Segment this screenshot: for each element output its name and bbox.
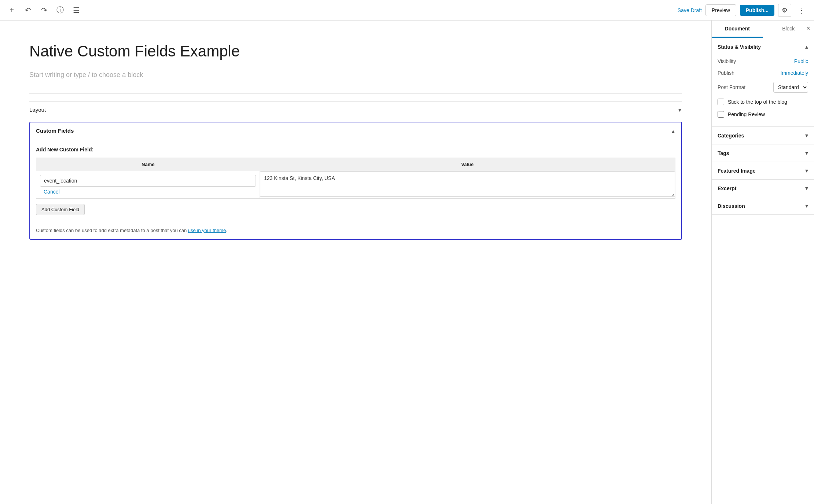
topbar-left: + ↶ ↷ ⓘ ☰ [6,4,82,16]
excerpt-chevron-icon [805,185,808,192]
sidebar-section-categories: Categories [712,127,814,144]
sidebar-section-tags: Tags [712,144,814,162]
featured-image-title: Featured Image [718,168,755,174]
sidebar-section-discussion: Discussion [712,197,814,215]
cf-name-input[interactable] [40,175,256,187]
categories-chevron-icon [805,132,808,139]
visibility-value: Public [794,58,808,64]
list-view-icon[interactable]: ☰ [70,4,82,16]
app-layout: Native Custom Fields Example Start writi… [0,21,814,504]
layout-section-header[interactable]: Layout [29,102,682,118]
post-format-row: Post Format Standard Aside Image Video Q… [718,79,808,96]
post-title[interactable]: Native Custom Fields Example [29,43,682,60]
sidebar-close-button[interactable]: × [806,25,810,32]
topbar-right: Save Draft Preview Publish... ⚙ ⋮ [678,4,808,17]
settings-button[interactable]: ⚙ [778,4,791,17]
sidebar-tabs: Document Block × [712,21,814,38]
pending-review-row: Pending Review [718,108,808,121]
editor-main: Native Custom Fields Example Start writi… [0,21,711,504]
discussion-chevron-icon [805,202,808,209]
layout-section: Layout [29,101,682,118]
pending-review-label[interactable]: Pending Review [728,111,765,117]
publish-button[interactable]: Publish... [740,5,774,16]
cf-footer-text: Custom fields can be used to add extra m… [30,228,681,239]
save-draft-button[interactable]: Save Draft [678,7,702,13]
sidebar-section-excerpt: Excerpt [712,180,814,197]
custom-fields-body: Add New Custom Field: Name Value [30,139,681,222]
tags-title: Tags [718,150,729,156]
pending-review-checkbox[interactable] [718,111,724,118]
post-format-label: Post Format [718,84,745,90]
sidebar-panel-document: Status & Visibility Visibility Public Pu… [712,38,814,215]
post-format-select[interactable]: Standard Aside Image Video Quote Link Ga… [773,82,808,93]
tags-chevron-icon [805,150,808,157]
excerpt-title: Excerpt [718,185,736,191]
sidebar-section-featured-image: Featured Image [712,162,814,180]
tab-document[interactable]: Document [712,21,763,38]
undo-icon[interactable]: ↶ [22,4,34,16]
cf-value-cell: 123 Kinsta St, Kinsta City, USA [260,171,675,199]
custom-fields-box: Custom Fields Add New Custom Field: Name… [29,122,682,240]
cf-footer-link[interactable]: use in your theme [188,228,226,233]
add-custom-field-button[interactable]: Add Custom Field [36,204,85,215]
sidebar-section-status: Status & Visibility Visibility Public Pu… [712,38,814,127]
discussion-header[interactable]: Discussion [712,197,814,214]
featured-image-header[interactable]: Featured Image [712,162,814,179]
add-icon[interactable]: + [6,4,18,16]
custom-fields-title: Custom Fields [36,128,74,134]
status-visibility-title: Status & Visibility [718,44,761,50]
stick-to-top-checkbox[interactable] [718,99,724,105]
status-visibility-header[interactable]: Status & Visibility [712,38,814,55]
visibility-row: Visibility Public [718,55,808,67]
layout-section-title: Layout [29,107,46,113]
add-new-custom-field-label: Add New Custom Field: [36,147,675,152]
custom-fields-header[interactable]: Custom Fields [30,122,681,139]
cf-col-value: Value [260,158,675,171]
custom-fields-toggle-icon [671,128,675,134]
tags-header[interactable]: Tags [712,144,814,162]
cf-col-name: Name [36,158,260,171]
excerpt-header[interactable]: Excerpt [712,180,814,197]
editor-divider [29,93,682,94]
publish-value: Immediately [781,70,808,76]
info-icon[interactable]: ⓘ [54,4,66,16]
cf-cancel-link[interactable]: Cancel [44,189,60,195]
categories-title: Categories [718,133,744,139]
publish-label: Publish [718,70,734,76]
publish-link[interactable]: Immediately [781,70,808,76]
more-options-button[interactable]: ⋮ [795,4,808,16]
layout-chevron-icon [678,107,682,113]
preview-button[interactable]: Preview [705,4,736,16]
sidebar: Document Block × Status & Visibility Vis… [711,21,814,504]
visibility-label: Visibility [718,58,736,64]
categories-header[interactable]: Categories [712,127,814,144]
status-visibility-body: Visibility Public Publish Immediately Po… [712,55,814,126]
publish-row: Publish Immediately [718,67,808,79]
post-placeholder: Start writing or type / to choose a bloc… [29,71,682,79]
cf-value-textarea[interactable]: 123 Kinsta St, Kinsta City, USA [260,171,675,197]
redo-icon[interactable]: ↷ [38,4,50,16]
cf-table-row: Cancel 123 Kinsta St, Kinsta City, USA [36,171,675,199]
discussion-title: Discussion [718,203,745,209]
featured-image-chevron-icon [805,167,808,174]
status-visibility-chevron-icon [805,43,808,50]
custom-fields-table: Name Value Cancel [36,158,675,199]
visibility-link[interactable]: Public [794,58,808,64]
stick-to-top-label[interactable]: Stick to the top of the blog [728,99,787,105]
topbar: + ↶ ↷ ⓘ ☰ Save Draft Preview Publish... … [0,0,814,21]
stick-to-top-row: Stick to the top of the blog [718,96,808,108]
cf-name-cell: Cancel [36,171,260,199]
